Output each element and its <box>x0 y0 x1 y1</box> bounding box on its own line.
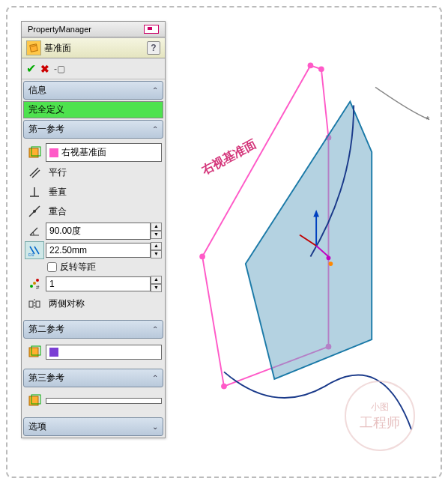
section-ref3-title: 第三参考 <box>28 372 64 384</box>
perpendicular-label: 垂直 <box>46 184 162 201</box>
reverse-label: 反转等距 <box>60 261 96 273</box>
angle-spinner[interactable]: ▲▼ <box>151 223 162 239</box>
svg-marker-15 <box>30 44 38 52</box>
pushpin-button[interactable]: -▢ <box>54 64 65 74</box>
watermark: 小图 工程师 <box>345 381 415 451</box>
feature-name: 基准面 <box>44 42 71 55</box>
cancel-button[interactable]: ✖ <box>40 63 49 75</box>
pin-icon[interactable] <box>144 25 159 34</box>
svg-rect-33 <box>36 301 40 307</box>
svg-line-26 <box>34 246 39 254</box>
svg-line-19 <box>30 168 38 176</box>
distance-icon[interactable]: D1 <box>25 241 44 259</box>
svg-point-28 <box>30 285 33 288</box>
svg-text:#: # <box>36 284 40 291</box>
svg-point-6 <box>221 384 227 390</box>
coincident-icon[interactable] <box>25 202 44 220</box>
reverse-checkbox[interactable] <box>47 262 57 272</box>
face-color-swatch <box>49 148 58 157</box>
ok-button[interactable]: ✔ <box>26 61 36 76</box>
svg-point-13 <box>327 255 331 260</box>
face-color-swatch <box>49 348 58 357</box>
action-row: ✔ ✖ -▢ <box>22 58 165 79</box>
section-options-title: 选项 <box>28 420 46 433</box>
plane-feature-icon <box>26 40 41 55</box>
count-input[interactable]: 1 <box>46 276 151 291</box>
section-ref2[interactable]: 第二参考 ⌃ <box>23 320 163 339</box>
coincident-label: 重合 <box>46 203 162 220</box>
count-spinner[interactable]: ▲▼ <box>151 276 162 292</box>
symmetric-label: 两侧对称 <box>46 295 162 312</box>
ref2-selection[interactable] <box>46 345 162 360</box>
section-ref1[interactable]: 第一参考 ⌃ <box>23 120 163 139</box>
ref1-selection[interactable]: 右视基准面 <box>46 143 162 162</box>
svg-point-14 <box>328 261 333 266</box>
expand-icon: ⌄ <box>152 423 158 431</box>
parallel-label: 平行 <box>46 164 162 181</box>
section-ref3[interactable]: 第三参考 ⌃ <box>23 369 163 387</box>
svg-rect-32 <box>29 301 33 307</box>
svg-point-24 <box>33 210 36 213</box>
parallel-icon[interactable] <box>25 163 44 181</box>
angle-icon[interactable] <box>25 222 44 240</box>
angle-input[interactable]: 90.00度 <box>46 223 151 240</box>
svg-text:*: * <box>426 114 430 125</box>
section-options[interactable]: 选项 ⌄ <box>23 417 163 436</box>
svg-point-1 <box>199 254 205 260</box>
svg-line-20 <box>32 170 40 178</box>
status-text: 完全定义 <box>23 101 163 118</box>
collapse-icon: ⌃ <box>152 125 158 133</box>
count-icon[interactable]: # <box>25 275 44 293</box>
svg-point-30 <box>36 279 39 282</box>
collapse-icon: ⌃ <box>152 374 158 382</box>
symmetric-icon[interactable] <box>25 294 44 312</box>
pm-titlebar: PropertyManager <box>22 22 165 37</box>
ref3-selection[interactable] <box>46 398 162 404</box>
ref-entity-icon[interactable] <box>25 144 44 162</box>
svg-point-3 <box>318 66 324 72</box>
ref-entity-icon[interactable] <box>25 343 44 361</box>
feature-header: 基准面 ? <box>22 37 165 58</box>
section-ref2-title: 第二参考 <box>28 323 64 336</box>
distance-input[interactable]: 22.50mm <box>46 243 151 258</box>
section-info[interactable]: 信息 ⌃ <box>23 81 163 100</box>
help-button[interactable]: ? <box>147 41 160 55</box>
perpendicular-icon[interactable] <box>25 183 44 201</box>
section-ref1-title: 第一参考 <box>28 123 64 136</box>
pm-title-text: PropertyManager <box>28 25 91 34</box>
distance-spinner[interactable]: ▲▼ <box>151 242 162 258</box>
section-info-title: 信息 <box>28 84 46 97</box>
collapse-icon: ⌃ <box>152 86 158 94</box>
ref-entity-icon[interactable] <box>25 392 44 410</box>
property-manager-panel: PropertyManager 基准面 ? ✔ ✖ -▢ 信息 ⌃ 完全定义 第… <box>21 21 166 438</box>
svg-text:D1: D1 <box>28 252 34 257</box>
collapse-icon: ⌃ <box>152 325 158 333</box>
svg-point-2 <box>308 63 314 69</box>
